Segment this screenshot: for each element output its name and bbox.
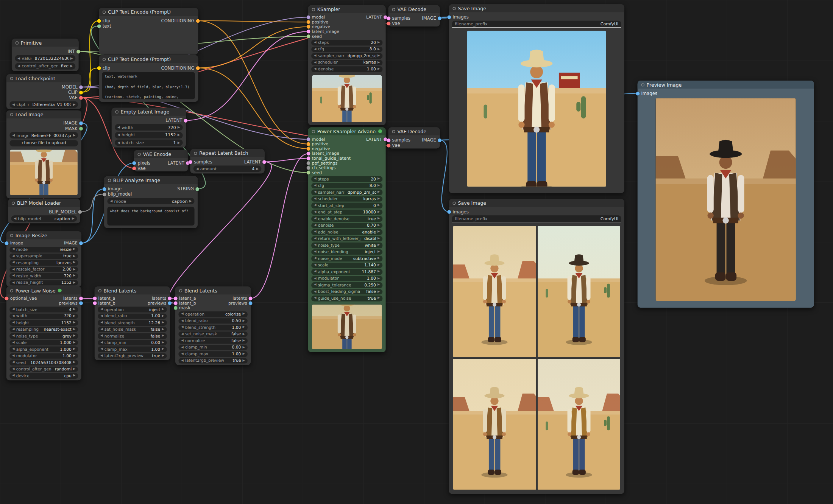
widget-filename-prefix[interactable]: filename_prefixComfyUI (452, 21, 621, 28)
increment-arrow-icon[interactable]: ▶ (378, 250, 380, 254)
widget-noise-type[interactable]: ◀noise_typegrey▶ (9, 333, 78, 339)
image-slot-icon[interactable] (79, 301, 83, 305)
input-slot-optional-vae[interactable]: optional_vae (8, 296, 37, 301)
decrement-arrow-icon[interactable]: ◀ (314, 264, 316, 267)
comfyui-canvas[interactable]: PrimitiveINT◀value872013222463625▶◀contr… (0, 0, 833, 504)
input-slot-seed[interactable]: seed (310, 34, 322, 39)
output-slot-vae[interactable]: VAE (69, 95, 80, 100)
input-slot-model[interactable]: model (310, 137, 325, 142)
decrement-arrow-icon[interactable]: ◀ (314, 230, 316, 233)
widget-blend-strength[interactable]: ◀blend_strength1.00▶ (178, 325, 247, 330)
node-titlebar[interactable]: Preview Image (638, 81, 814, 89)
input-slot-image[interactable]: image (106, 186, 122, 191)
decrement-arrow-icon[interactable]: ◀ (314, 250, 316, 254)
node-ksampler[interactable]: KSamplermodelLATENTpositivenegativelaten… (308, 5, 386, 125)
widget-height[interactable]: ◀height1152▶ (9, 320, 78, 325)
increment-arrow-icon[interactable]: ▶ (243, 346, 245, 349)
node-titlebar[interactable]: Load Checkpoint (6, 74, 81, 82)
node-titlebar[interactable]: Save Image (449, 4, 624, 12)
vae-slot-icon[interactable] (387, 143, 390, 147)
increment-arrow-icon[interactable]: ▶ (162, 321, 164, 324)
image-slot-icon[interactable] (79, 121, 83, 125)
decrement-arrow-icon[interactable]: ◀ (12, 103, 15, 106)
widget-noise-type[interactable]: ◀noise_typewhite▶ (311, 243, 382, 248)
node-blend1[interactable]: Blend Latentslatent_alatentslatent_bprev… (95, 286, 170, 360)
output-slot-latents[interactable]: latents (232, 296, 249, 301)
increment-arrow-icon[interactable]: ▶ (73, 274, 75, 277)
decrement-arrow-icon[interactable]: ◀ (12, 367, 14, 370)
input-slot-samples[interactable]: samples (390, 16, 410, 21)
widget-batch-size[interactable]: ◀batch_size1▶ (115, 140, 183, 146)
prompt-text[interactable]: what does the background consist of? (107, 207, 194, 226)
string-slot-icon[interactable] (97, 24, 101, 28)
input-slot-latent-a[interactable]: latent_a (177, 296, 196, 301)
decrement-arrow-icon[interactable]: ◀ (12, 341, 14, 344)
output-slot-latents[interactable]: latents (152, 296, 168, 301)
vae-slot-icon[interactable] (387, 22, 390, 25)
widget-start-at-step[interactable]: ◀start_at_step0▶ (311, 203, 382, 208)
increment-arrow-icon[interactable]: ▶ (178, 133, 180, 137)
increment-arrow-icon[interactable]: ▶ (178, 141, 180, 145)
decrement-arrow-icon[interactable]: ◀ (100, 354, 103, 357)
decrement-arrow-icon[interactable]: ◀ (314, 204, 316, 207)
decrement-arrow-icon[interactable]: ◀ (314, 197, 316, 200)
widget-clamp-min[interactable]: ◀clamp_min0.00▶ (98, 340, 167, 345)
widget-modulator[interactable]: ◀modulator1.00▶ (311, 275, 382, 281)
widget-clamp-max[interactable]: ◀clamp_max1.00▶ (178, 351, 247, 357)
widget-supersample[interactable]: ◀supersampletrue▶ (9, 254, 78, 259)
widget-noise-blending[interactable]: ◀noise_blendinginject▶ (311, 249, 382, 255)
decrement-arrow-icon[interactable]: ◀ (117, 141, 120, 145)
widget-resampling[interactable]: ◀resamplingnearest-exact▶ (9, 327, 78, 332)
input-slot-vae[interactable]: vae (390, 21, 400, 26)
output-slot-clip[interactable]: CLIP (68, 90, 80, 95)
collapse-dot-icon[interactable] (312, 8, 315, 11)
widget-control-after-generate[interactable]: ◀control_after_generatefixed▶ (15, 63, 75, 69)
decrement-arrow-icon[interactable]: ◀ (181, 326, 183, 329)
increment-arrow-icon[interactable]: ▶ (378, 61, 380, 64)
widget-set-noise-mask[interactable]: ◀set_noise_maskfalse▶ (178, 331, 247, 337)
collapse-dot-icon[interactable] (108, 179, 111, 182)
image-slot-icon[interactable] (132, 161, 136, 165)
decrement-arrow-icon[interactable]: ◀ (12, 248, 14, 251)
increment-arrow-icon[interactable]: ▶ (73, 341, 75, 344)
increment-arrow-icon[interactable]: ▶ (378, 41, 380, 44)
decrement-arrow-icon[interactable]: ◀ (12, 308, 14, 311)
widget-modulator[interactable]: ◀modulator1.00▶ (9, 353, 78, 359)
collapse-dot-icon[interactable] (12, 201, 15, 204)
decrement-arrow-icon[interactable]: ◀ (100, 321, 103, 324)
latent-slot-icon[interactable] (174, 301, 178, 305)
latent-slot-icon[interactable] (387, 16, 390, 20)
image-slot-icon[interactable] (447, 15, 451, 19)
input-slot-samples[interactable]: samples (192, 159, 212, 165)
node-load_checkpoint[interactable]: Load CheckpointMODELCLIPVAE◀ckpt_nameDif… (6, 74, 81, 109)
node-load_image[interactable]: Load ImageIMAGEMASK◀imageRefinerFF_00337… (6, 110, 81, 198)
collapse-dot-icon[interactable] (10, 113, 13, 116)
decrement-arrow-icon[interactable]: ◀ (314, 244, 316, 247)
image-slot-icon[interactable] (249, 301, 253, 305)
widget-steps[interactable]: ◀steps20▶ (311, 176, 382, 182)
node-blend2[interactable]: Blend Latentslatent_alatentslatent_bprev… (175, 286, 251, 365)
increment-arrow-icon[interactable]: ▶ (73, 308, 75, 311)
increment-arrow-icon[interactable]: ▶ (73, 374, 75, 377)
decrement-arrow-icon[interactable]: ◀ (12, 314, 14, 317)
increment-arrow-icon[interactable]: ▶ (162, 314, 164, 317)
increment-arrow-icon[interactable]: ▶ (378, 210, 380, 213)
increment-arrow-icon[interactable]: ▶ (162, 308, 164, 311)
widget-boost-leading-sigma[interactable]: ◀boost_leading_sigmafalse▶ (311, 289, 382, 294)
model-slot-icon[interactable] (307, 16, 310, 19)
increment-arrow-icon[interactable]: ▶ (73, 268, 75, 271)
widget-clamp-min[interactable]: ◀clamp_min0.00▶ (178, 345, 247, 350)
decrement-arrow-icon[interactable]: ◀ (196, 167, 199, 170)
decrement-arrow-icon[interactable]: ◀ (314, 283, 316, 286)
decrement-arrow-icon[interactable]: ◀ (12, 261, 14, 264)
decrement-arrow-icon[interactable]: ◀ (181, 339, 183, 342)
widget-scale[interactable]: ◀scale1.000▶ (9, 340, 78, 345)
output-slot-model[interactable]: MODEL (62, 84, 80, 90)
increment-arrow-icon[interactable]: ▶ (73, 361, 75, 364)
increment-arrow-icon[interactable]: ▶ (72, 217, 75, 220)
output-slot-image[interactable]: IMAGE (422, 137, 438, 143)
input-slot-images[interactable]: images (451, 209, 469, 214)
increment-arrow-icon[interactable]: ▶ (73, 328, 75, 331)
collapse-dot-icon[interactable] (10, 234, 13, 237)
node-titlebar[interactable]: Empty Latent Image (112, 108, 186, 116)
